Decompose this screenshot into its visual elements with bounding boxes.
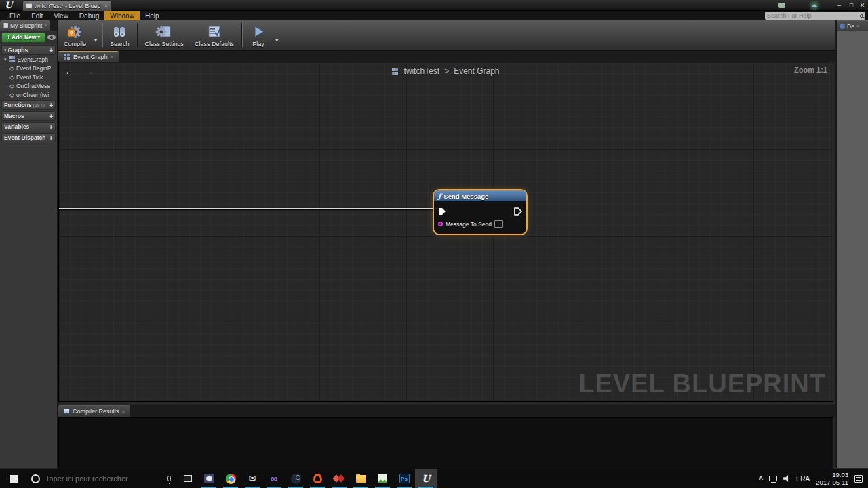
compiler-results-tab[interactable]: Compiler Results ×	[58, 405, 130, 417]
menu-debug[interactable]: Debug	[74, 11, 104, 20]
task-view-button[interactable]	[178, 469, 198, 488]
close-button[interactable]: ✕	[857, 1, 867, 9]
class-defaults-button[interactable]: Class Defaults	[189, 20, 239, 50]
date-label: 2017-05-11	[816, 479, 848, 486]
help-search-input[interactable]	[767, 12, 860, 19]
compiler-results-icon	[64, 409, 70, 414]
search-button[interactable]: Search	[104, 20, 135, 50]
expander-icon[interactable]: ▾	[4, 47, 7, 53]
close-icon[interactable]: ×	[44, 22, 47, 28]
section-macros[interactable]: Macros +	[1, 111, 56, 121]
breadcrumb-root[interactable]: twitchTest	[403, 66, 439, 76]
tree-item-oncheer[interactable]: ◇ onCheer (twi	[0, 90, 57, 99]
expander-icon[interactable]: ▾	[4, 57, 7, 62]
menu-help[interactable]: Help	[140, 11, 165, 20]
blueprint-document-icon	[26, 3, 32, 8]
window-title-tab[interactable]: twitchTest* - Level Bluepri ×	[22, 0, 112, 11]
send-message-node[interactable]: ƒ Send Message Message To Send	[434, 190, 526, 234]
close-icon[interactable]: ×	[122, 409, 125, 415]
tree-item-eventgraph[interactable]: ▾ EventGraph	[0, 55, 57, 64]
network-icon[interactable]	[769, 476, 777, 481]
my-blueprint-tab[interactable]: My Blueprint ×	[0, 20, 50, 30]
taskbar-app-discord[interactable]	[198, 469, 220, 488]
feedback-bubble-icon[interactable]	[777, 1, 787, 9]
section-functions[interactable]: Functions (18 O +	[1, 100, 56, 110]
menu-window[interactable]: Window	[104, 11, 140, 20]
node-header[interactable]: ƒ Send Message	[434, 190, 526, 202]
class-defaults-label: Class Defaults	[195, 41, 234, 47]
close-icon[interactable]: ×	[111, 54, 114, 60]
tray-chevron-up-icon[interactable]: ^	[759, 476, 763, 483]
details-tab[interactable]: De ×	[837, 21, 868, 31]
add-macro-button[interactable]: +	[49, 113, 53, 120]
chevron-down-icon: ▾	[37, 35, 40, 40]
play-button[interactable]: Play	[244, 20, 273, 50]
taskbar-app-mail[interactable]: ✉	[241, 469, 263, 488]
event-tick-label: Event Tick	[16, 74, 43, 81]
eye-visibility-icon[interactable]	[47, 35, 56, 40]
class-settings-button[interactable]: Class Settings	[140, 20, 190, 50]
taskbar-app-chrome[interactable]	[220, 469, 241, 488]
section-graphs[interactable]: ▾ Graphs +	[1, 45, 56, 55]
help-search-box	[765, 12, 865, 20]
event-dispatchers-label: Event Dispatch	[4, 134, 45, 141]
taskbar-search-input[interactable]	[45, 474, 162, 483]
menu-file[interactable]: File	[4, 11, 26, 20]
language-indicator[interactable]: FRA	[796, 475, 810, 483]
breadcrumb-current[interactable]: Event Graph	[454, 66, 499, 76]
start-button[interactable]	[0, 469, 27, 488]
add-variable-button[interactable]: +	[49, 123, 53, 131]
origin-icon	[313, 474, 322, 483]
blueprint-graph-canvas[interactable]: ← → twitchTest > Event Graph Zoom 1:1 LE…	[58, 62, 833, 402]
event-graph-tab[interactable]: Event Graph ×	[58, 51, 119, 62]
close-icon[interactable]: ×	[856, 23, 860, 29]
time-label: 19:03	[832, 471, 848, 479]
event-graph-tab-label: Event Graph	[73, 54, 108, 60]
section-event-dispatchers[interactable]: Event Dispatch +	[1, 133, 56, 142]
taskbar-search[interactable]	[27, 469, 178, 488]
taskbar-app-origin[interactable]	[307, 469, 328, 488]
tab-close-icon[interactable]: ×	[104, 3, 108, 9]
details-panel-collapsed: De ×	[835, 20, 868, 468]
onchatmessage-label: OnChatMess	[16, 83, 50, 89]
tree-item-event-beginplay[interactable]: ◇ Event BeginP	[0, 64, 57, 73]
minimize-button[interactable]: –	[834, 1, 844, 9]
taskbar-app-visual-studio[interactable]: ∞	[263, 469, 285, 488]
microphone-icon[interactable]	[167, 476, 171, 481]
add-graph-button[interactable]: +	[49, 47, 53, 54]
taskbar-app-unreal-engine[interactable]: U	[415, 469, 437, 488]
taskbar-app-photos[interactable]	[372, 469, 393, 488]
section-variables[interactable]: Variables +	[1, 122, 56, 131]
exec-input-pin[interactable]	[438, 207, 446, 216]
maximize-button[interactable]: □	[846, 1, 856, 9]
clock[interactable]: 19:03 2017-05-11	[816, 471, 848, 486]
taskbar-app-steam[interactable]	[285, 469, 307, 488]
compile-button[interactable]: ? Compile	[58, 20, 92, 50]
compile-options-caret-icon[interactable]: ▾	[92, 37, 100, 43]
exec-output-pin[interactable]	[514, 207, 522, 216]
mail-envelope-icon: ✉	[249, 474, 256, 483]
taskbar-app-photoshop[interactable]: Ps	[393, 469, 415, 488]
visual-studio-icon: ∞	[271, 474, 278, 483]
taskbar-app-mixer[interactable]	[328, 469, 350, 488]
search-icon	[860, 14, 863, 18]
title-bar: U twitchTest* - Level Bluepri × – □ ✕	[0, 0, 868, 11]
tree-item-event-tick[interactable]: ◇ Event Tick	[0, 73, 57, 81]
add-function-button[interactable]: +	[49, 102, 53, 109]
tree-item-onchatmessage[interactable]: ◇ OnChatMess	[0, 81, 57, 90]
menu-view[interactable]: View	[48, 11, 74, 20]
add-dispatcher-button[interactable]: +	[49, 134, 53, 142]
action-center-icon[interactable]	[854, 475, 863, 483]
speaker-icon[interactable]	[783, 475, 790, 482]
taskbar-app-file-explorer[interactable]	[350, 469, 372, 488]
play-options-caret-icon[interactable]: ▾	[273, 37, 281, 43]
message-to-send-input[interactable]	[494, 220, 503, 228]
menu-edit[interactable]: Edit	[26, 11, 48, 20]
binoculars-icon	[111, 24, 128, 40]
blueprint-toolbar: ? Compile ▾ Search	[58, 20, 835, 51]
plus-icon: +	[7, 34, 10, 41]
tutorial-graduation-cap-icon[interactable]	[807, 1, 822, 11]
string-pin-icon[interactable]	[438, 222, 443, 226]
add-new-button[interactable]: + Add New ▾	[1, 33, 45, 43]
my-blueprint-tab-label: My Blueprint	[10, 22, 42, 29]
